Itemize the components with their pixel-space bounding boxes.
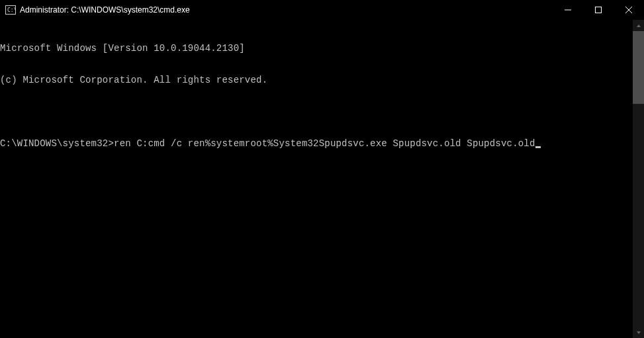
terminal-content: Microsoft Windows [Version 10.0.19044.21… — [0, 20, 644, 170]
scrollbar[interactable] — [633, 20, 644, 338]
cmd-icon: C:\ — [5, 5, 16, 15]
svg-marker-6 — [637, 24, 641, 27]
svg-rect-3 — [596, 7, 602, 13]
window-title: Administrator: C:\WINDOWS\system32\cmd.e… — [20, 5, 190, 15]
titlebar-left: C:\ Administrator: C:\WINDOWS\system32\c… — [5, 5, 190, 15]
svg-text:C:\: C:\ — [7, 7, 16, 13]
cursor — [535, 146, 541, 148]
scrollbar-down-arrow[interactable] — [633, 327, 644, 338]
terminal-command: ren C:cmd /c ren%systemroot%System32Spup… — [114, 138, 535, 149]
svg-marker-7 — [637, 331, 641, 334]
terminal-area[interactable]: Microsoft Windows [Version 10.0.19044.21… — [0, 20, 644, 338]
scrollbar-up-arrow[interactable] — [633, 20, 644, 31]
maximize-button[interactable] — [583, 0, 614, 20]
terminal-prompt-line: C:\WINDOWS\system32>ren C:cmd /c ren%sys… — [0, 138, 644, 149]
terminal-line: Microsoft Windows [Version 10.0.19044.21… — [0, 43, 644, 54]
scrollbar-thumb[interactable] — [633, 31, 644, 104]
titlebar-controls — [553, 0, 644, 20]
terminal-prompt: C:\WINDOWS\system32> — [0, 138, 114, 149]
minimize-button[interactable] — [553, 0, 583, 20]
close-button[interactable] — [614, 0, 644, 20]
terminal-line: (c) Microsoft Corporation. All rights re… — [0, 75, 644, 85]
window-titlebar: C:\ Administrator: C:\WINDOWS\system32\c… — [0, 0, 644, 20]
terminal-line — [0, 106, 644, 117]
